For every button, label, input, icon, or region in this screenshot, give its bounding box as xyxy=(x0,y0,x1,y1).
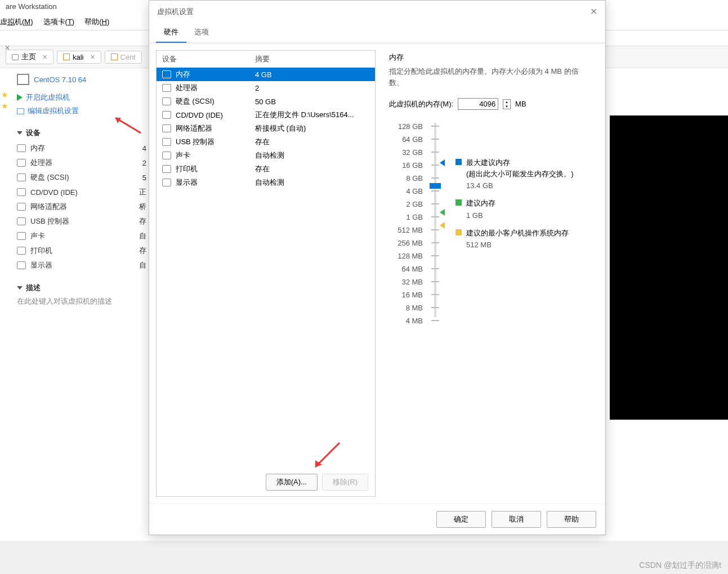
device-icon xyxy=(17,247,26,255)
sidebar-device-row[interactable]: CD/DVD (IDE)正 xyxy=(17,185,146,199)
tab-cent[interactable]: Cent xyxy=(105,51,142,64)
ok-button[interactable]: 确定 xyxy=(436,511,486,528)
device-row[interactable]: 显示器自动检测 xyxy=(157,176,375,189)
device-row[interactable]: USB 控制器存在 xyxy=(157,135,375,149)
sidebar-device-row[interactable]: 声卡自 xyxy=(17,229,146,243)
device-icon xyxy=(162,111,171,119)
tick-label: 64 MB xyxy=(389,262,423,275)
device-icon xyxy=(162,70,171,78)
close-icon[interactable]: ✕ xyxy=(590,6,597,17)
memory-spinner[interactable]: ▲▼ xyxy=(503,99,511,109)
device-icon xyxy=(162,138,171,146)
marker-max-icon xyxy=(440,159,445,166)
tick-label: 32 MB xyxy=(389,275,423,288)
description-header[interactable]: 描述 xyxy=(17,283,146,293)
menu-vm[interactable]: 虚拟机(M) xyxy=(0,17,33,28)
star-icon: ★ xyxy=(1,90,8,99)
star-icon: ★ xyxy=(1,101,8,110)
tab-home[interactable]: 主页 ✕ xyxy=(6,50,53,64)
vm-icon xyxy=(111,54,118,60)
tick-label: 4 GB xyxy=(389,185,423,198)
slider-thumb[interactable] xyxy=(430,183,441,189)
sidebar-device-row[interactable]: 内存4 xyxy=(17,141,146,155)
chevron-down-icon xyxy=(17,286,23,290)
cancel-button[interactable]: 取消 xyxy=(492,511,541,528)
menu-help[interactable]: 帮助(H) xyxy=(84,17,109,28)
tick-label: 16 GB xyxy=(389,159,423,172)
tab-cent-label: Cent xyxy=(120,53,136,61)
help-button[interactable]: 帮助 xyxy=(547,511,596,528)
device-row[interactable]: 硬盘 (SCSI)50 GB xyxy=(157,95,375,108)
device-row[interactable]: 处理器2 xyxy=(157,81,375,95)
device-icon xyxy=(162,165,171,173)
tab-options[interactable]: 选项 xyxy=(186,23,217,43)
annotation-arrow-icon xyxy=(110,113,144,136)
close-icon[interactable]: ✕ xyxy=(90,54,95,61)
device-icon xyxy=(17,173,26,181)
tick-label: 128 MB xyxy=(389,250,423,262)
chevron-down-icon xyxy=(17,131,23,135)
tick-label: 2 GB xyxy=(389,198,423,211)
device-icon xyxy=(162,152,171,159)
device-row[interactable]: 声卡自动检测 xyxy=(157,149,375,162)
sidebar-device-row[interactable]: USB 控制器存 xyxy=(17,214,146,229)
memory-hint: 指定分配给此虚拟机的内存量。内存大小必须为 4 MB 的倍数。 xyxy=(389,66,593,88)
device-list[interactable]: 内存4 GB处理器2硬盘 (SCSI)50 GBCD/DVD (IDE)正在使用… xyxy=(157,68,375,468)
memory-label: 此虚拟机的内存(M): xyxy=(389,99,453,109)
tick-label: 8 MB xyxy=(389,301,423,314)
close-icon[interactable]: ✕ xyxy=(42,54,47,61)
tick-label: 32 GB xyxy=(389,146,423,159)
sidebar-device-row[interactable]: 网络适配器桥 xyxy=(17,199,146,214)
tab-hardware[interactable]: 硬件 xyxy=(156,23,186,43)
description-placeholder[interactable]: 在此处键入对该虚拟机的描述 xyxy=(17,296,146,306)
device-icon xyxy=(17,217,26,225)
device-icon xyxy=(162,84,171,92)
device-row[interactable]: 内存4 GB xyxy=(157,68,375,81)
tick-label: 256 MB xyxy=(389,237,423,250)
device-row[interactable]: 打印机存在 xyxy=(157,162,375,176)
add-button[interactable]: 添加(A)... xyxy=(266,474,318,491)
menu-tabs[interactable]: 选项卡(T) xyxy=(43,17,75,28)
power-on-link[interactable]: 开启此虚拟机 xyxy=(17,91,146,104)
tab-kali[interactable]: kali ✕ xyxy=(57,51,101,64)
sidebar-device-row[interactable]: 打印机存 xyxy=(17,243,146,258)
device-icon xyxy=(17,261,26,269)
device-icon xyxy=(162,124,171,132)
tick-label: 64 GB xyxy=(389,133,423,146)
memory-input[interactable] xyxy=(458,98,498,110)
sidebar-device-row[interactable]: 处理器2 xyxy=(17,155,146,170)
tick-label: 512 MB xyxy=(389,224,423,237)
vm-preview xyxy=(610,115,728,420)
device-icon xyxy=(162,179,171,186)
device-icon xyxy=(17,203,26,211)
vm-icon xyxy=(63,54,70,60)
tab-kali-label: kali xyxy=(73,53,84,61)
device-list-panel: 设备 摘要 内存4 GB处理器2硬盘 (SCSI)50 GBCD/DVD (ID… xyxy=(156,50,376,497)
square-green-icon xyxy=(455,199,462,206)
tick-label: 8 GB xyxy=(389,172,423,185)
col-summary: 摘要 xyxy=(255,54,270,64)
memory-panel: 内存 指定分配给此虚拟机的内存量。内存大小必须为 4 MB 的倍数。 此虚拟机的… xyxy=(383,50,599,497)
vm-title-icon xyxy=(17,74,29,85)
sidebar-device-row[interactable]: 硬盘 (SCSI)5 xyxy=(17,170,146,185)
vm-sidebar: CentOS 7.10 64 开启此虚拟机 编辑虚拟机设置 设备 内存4处理器2… xyxy=(0,68,146,541)
device-icon xyxy=(17,159,26,167)
edit-icon xyxy=(17,108,24,114)
marker-rec-icon xyxy=(440,209,445,216)
square-blue-icon xyxy=(455,159,462,165)
sidebar-device-row[interactable]: 显示器自 xyxy=(17,258,146,273)
vm-settings-dialog: 虚拟机设置 ✕ 硬件 选项 设备 摘要 内存4 GB处理器2硬盘 (SCSI)5… xyxy=(149,0,606,535)
memory-slider[interactable] xyxy=(428,120,442,327)
tick-label: 4 MB xyxy=(389,314,423,327)
vm-title: CentOS 7.10 64 xyxy=(17,74,146,85)
col-device: 设备 xyxy=(162,54,255,64)
memory-heading: 内存 xyxy=(389,52,593,63)
close-panel-x[interactable]: ✕ xyxy=(5,44,10,52)
device-row[interactable]: 网络适配器桥接模式 (自动) xyxy=(157,122,375,135)
memory-ticks: 128 GB64 GB32 GB16 GB8 GB4 GB2 GB1 GB512… xyxy=(389,120,423,327)
device-icon xyxy=(17,188,26,196)
watermark: CSDN @划过手的泪滴t xyxy=(639,560,721,571)
device-row[interactable]: CD/DVD (IDE)正在使用文件 D:\Users\5164... xyxy=(157,108,375,122)
tick-label: 1 GB xyxy=(389,211,423,224)
memory-unit: MB xyxy=(515,100,526,108)
